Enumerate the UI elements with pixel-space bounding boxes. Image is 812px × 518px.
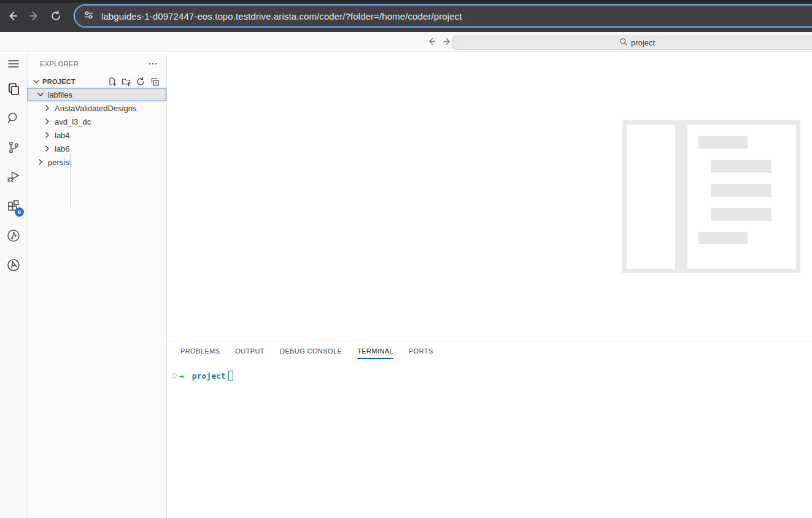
tab-terminal[interactable]: TERMINAL [357,345,393,359]
sidebar-item-run-debug[interactable] [6,169,21,184]
screen: labguides-1-d0972447-eos.topo.testdrive.… [0,0,812,518]
sidebar-item-arista[interactable] [6,258,21,273]
tree-item-avd-l3-dc[interactable]: avd_l3_dc [28,115,166,128]
chevron-down-icon [31,77,41,87]
sidebar-item-extensions[interactable]: 6 [6,199,21,214]
browser-forward-button[interactable] [26,7,43,25]
skeleton-content-panel [687,125,796,269]
site-settings-icon[interactable] [83,10,94,23]
tree-item-lab6[interactable]: lab6 [28,142,166,155]
search-icon [6,110,21,125]
explorer-files-icon [6,82,21,96]
chevron-right-icon [36,157,45,167]
skeleton-sidebar-panel [627,125,675,269]
activity-bar: 6 [0,53,28,518]
menu-button[interactable] [6,56,21,71]
source-control-icon [6,140,21,155]
sidebar-item-git-graph[interactable] [6,228,21,243]
reload-icon [50,10,62,22]
file-tree: labfiles AristaValidatedDesigns avd_l3_d… [28,88,166,169]
back-arrow-icon [426,36,436,48]
tab-debug-console[interactable]: DEBUG CONSOLE [280,345,342,359]
tree-item-label: avd_l3_dc [55,117,91,126]
tree-item-label: AristaValidatedDesigns [55,104,136,113]
sidebar-item-source-control[interactable] [6,140,21,155]
chevron-right-icon [42,144,52,153]
chevron-right-icon [42,130,52,140]
project-section-header[interactable]: PROJECT [28,74,166,88]
command-center-label: project [631,38,655,47]
prompt-arrow: → [179,371,184,381]
hamburger-menu-icon [6,56,21,71]
command-center-search[interactable]: project [452,36,812,50]
git-graph-icon [6,228,21,243]
collapse-all-icon[interactable] [150,77,160,87]
explorer-title: EXPLORER [40,60,79,68]
editor-back-button[interactable] [423,34,439,50]
refresh-icon[interactable] [136,77,145,87]
explorer-sidebar: EXPLORER PROJECT [28,53,167,518]
forward-arrow-icon [443,36,453,48]
arista-logo-icon [6,258,21,273]
project-section-title: PROJECT [42,78,75,85]
browser-back-button[interactable] [4,7,21,25]
skeleton-bar [711,184,771,197]
workbench: 6 [0,53,812,518]
tree-indent-guide [70,153,71,207]
new-folder-icon[interactable] [122,77,131,87]
tree-item-lab4[interactable]: lab4 [28,128,166,142]
editor-area [168,53,812,341]
tab-ports[interactable]: PORTS [409,345,433,359]
chevron-down-icon [36,90,45,99]
tree-item-label: lab6 [55,144,70,153]
terminal-view[interactable]: → project [168,371,812,381]
tree-item-labfiles[interactable]: labfiles [28,88,166,101]
command-decoration-icon [172,373,177,378]
tree-item-persist[interactable]: persist [28,155,166,169]
vscode-titlebar: project [0,32,812,52]
browser-address-bar[interactable]: labguides-1-d0972447-eos.topo.testdrive.… [74,4,812,28]
url-text[interactable]: labguides-1-d0972447-eos.topo.testdrive.… [101,11,462,21]
back-arrow-icon [6,10,18,22]
skeleton-bar [711,160,771,173]
explorer-header: EXPLORER [28,58,166,70]
magnifier-icon [619,37,628,48]
tree-item-label: lab4 [55,131,70,140]
browser-toolbar: labguides-1-d0972447-eos.topo.testdrive.… [0,0,812,32]
tree-item-label: labfiles [48,90,72,99]
tree-item-label: persist [48,158,71,167]
loading-skeleton [622,120,800,273]
skeleton-bar [698,136,748,149]
tab-output[interactable]: OUTPUT [235,345,265,359]
sidebar-item-explorer[interactable] [6,82,21,96]
forward-arrow-icon [28,10,41,22]
new-file-icon[interactable] [107,77,117,87]
tree-item-aristavalidateddesigns[interactable]: AristaValidatedDesigns [28,101,166,115]
terminal-cwd: project [192,371,226,381]
browser-reload-button[interactable] [47,7,64,25]
skeleton-bar [698,232,748,244]
extensions-badge: 6 [15,207,24,217]
bottom-panel: PROBLEMS OUTPUT DEBUG CONSOLE TERMINAL P… [168,341,812,518]
skeleton-bar [711,208,771,221]
tabstrip-edge [0,0,812,3]
run-debug-icon [6,169,21,184]
sidebar-item-search[interactable] [6,110,21,125]
chevron-right-icon [42,103,52,113]
terminal-cursor [228,371,233,381]
panel-tabs: PROBLEMS OUTPUT DEBUG CONSOLE TERMINAL P… [168,341,812,363]
chevron-right-icon [42,117,52,126]
more-actions-icon[interactable] [148,59,158,69]
tab-problems[interactable]: PROBLEMS [180,345,220,359]
section-actions [107,77,160,87]
